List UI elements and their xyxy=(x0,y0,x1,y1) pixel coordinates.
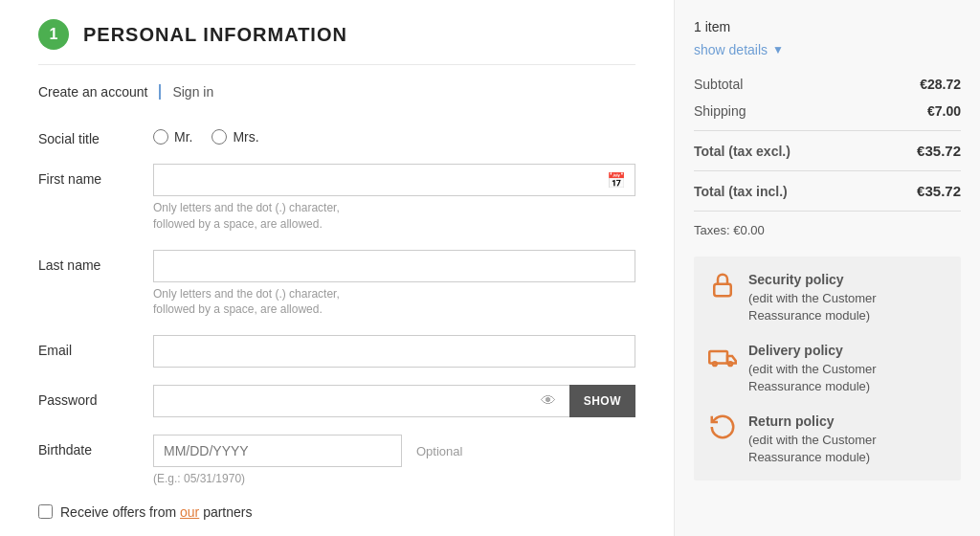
offers-checkbox-row: Receive offers from our partners xyxy=(38,504,635,520)
birthdate-label: Birthdate xyxy=(38,435,153,458)
reassurance-section: Security policy (edit with the Customer … xyxy=(694,257,961,480)
social-title-row: Social title Mr. Mrs. xyxy=(38,123,635,146)
auth-links: Create an account Sign in xyxy=(38,84,635,100)
show-password-button[interactable]: SHOW xyxy=(569,385,635,417)
offers-checkbox[interactable] xyxy=(38,504,53,519)
last-name-hint: Only letters and the dot (.) character, … xyxy=(153,286,635,319)
last-name-input[interactable] xyxy=(153,250,635,282)
truck-icon xyxy=(708,342,737,370)
taxes-row: Taxes: €0.00 xyxy=(694,223,961,237)
delivery-policy-sub: (edit with the Customer Reassurance modu… xyxy=(748,361,947,395)
password-field: 👁 SHOW xyxy=(153,385,635,417)
order-summary-sidebar: 1 item show details ▼ Subtotal €28.72 Sh… xyxy=(674,0,980,536)
section-header: 1 PERSONAL INFORMATION xyxy=(38,19,635,65)
svg-rect-1 xyxy=(709,351,727,364)
mr-radio[interactable] xyxy=(153,129,168,145)
mrs-radio[interactable] xyxy=(212,129,227,145)
return-policy-title: Return policy xyxy=(748,413,947,432)
delivery-policy-title: Delivery policy xyxy=(748,342,947,361)
password-label: Password xyxy=(38,385,153,408)
first-name-hint: Only letters and the dot (.) character, … xyxy=(153,200,635,233)
return-policy-text: Return policy (edit with the Customer Re… xyxy=(748,413,947,466)
total-excl-value: €35.72 xyxy=(917,143,961,159)
eye-icon: 👁 xyxy=(541,392,556,410)
shipping-label: Shipping xyxy=(694,103,746,119)
show-details-label: show details xyxy=(694,42,768,57)
return-icon xyxy=(708,413,737,441)
offers-label: Receive offers from our partners xyxy=(60,504,253,520)
calendar-icon: 📅 xyxy=(607,171,626,190)
page-title: PERSONAL INFORMATION xyxy=(83,24,347,46)
mr-option[interactable]: Mr. xyxy=(153,129,192,145)
last-name-field: Only letters and the dot (.) character, … xyxy=(153,250,635,319)
subtotal-label: Subtotal xyxy=(694,77,743,92)
security-policy-text: Security policy (edit with the Customer … xyxy=(748,271,947,324)
total-incl-value: €35.72 xyxy=(917,183,961,199)
optional-label: Optional xyxy=(416,444,462,458)
total-incl-row: Total (tax incl.) €35.72 xyxy=(694,183,961,199)
delivery-policy-item: Delivery policy (edit with the Customer … xyxy=(708,342,947,395)
password-input[interactable] xyxy=(153,385,569,417)
birthdate-example: (E.g.: 05/31/1970) xyxy=(153,471,635,487)
item-count: 1 item xyxy=(694,19,961,34)
last-name-row: Last name Only letters and the dot (.) c… xyxy=(38,250,635,319)
security-policy-sub: (edit with the Customer Reassurance modu… xyxy=(748,290,947,324)
return-policy-sub: (edit with the Customer Reassurance modu… xyxy=(748,432,947,466)
subtotal-row: Subtotal €28.72 xyxy=(694,77,961,92)
divider-3 xyxy=(694,211,961,212)
divider-1 xyxy=(694,130,961,131)
email-label: Email xyxy=(38,335,153,358)
social-title-label: Social title xyxy=(38,123,153,146)
password-wrapper: 👁 SHOW xyxy=(153,385,635,417)
birthdate-input[interactable] xyxy=(153,435,402,467)
last-name-label: Last name xyxy=(38,250,153,273)
our-link[interactable]: our xyxy=(180,504,199,520)
social-title-field: Mr. Mrs. xyxy=(153,123,635,145)
total-excl-label: Total (tax excl.) xyxy=(694,144,791,159)
email-row: Email xyxy=(38,335,635,368)
password-row: Password 👁 SHOW xyxy=(38,385,635,417)
subtotal-value: €28.72 xyxy=(920,77,961,92)
step-badge: 1 xyxy=(38,19,69,50)
first-name-field: 📅 Only letters and the dot (.) character… xyxy=(153,164,635,233)
lock-icon xyxy=(708,271,737,300)
first-name-input-wrapper: 📅 xyxy=(153,164,635,196)
svg-rect-0 xyxy=(714,284,731,297)
first-name-row: First name 📅 Only letters and the dot (.… xyxy=(38,164,635,233)
shipping-row: Shipping €7.00 xyxy=(694,103,961,119)
first-name-input[interactable] xyxy=(153,164,635,196)
show-details-link[interactable]: show details ▼ xyxy=(694,42,961,57)
security-policy-item: Security policy (edit with the Customer … xyxy=(708,271,947,324)
email-field xyxy=(153,335,635,368)
shipping-value: €7.00 xyxy=(927,103,961,119)
total-excl-row: Total (tax excl.) €35.72 xyxy=(694,143,961,159)
divider-2 xyxy=(694,170,961,171)
security-policy-title: Security policy xyxy=(748,271,947,290)
total-incl-label: Total (tax incl.) xyxy=(694,184,788,199)
mrs-label: Mrs. xyxy=(233,129,258,145)
create-account-link[interactable]: Create an account xyxy=(38,84,147,100)
mr-label: Mr. xyxy=(174,129,192,145)
mrs-option[interactable]: Mrs. xyxy=(212,129,258,145)
sign-in-link[interactable]: Sign in xyxy=(172,84,213,100)
first-name-label: First name xyxy=(38,164,153,187)
auth-divider xyxy=(159,84,161,100)
chevron-down-icon: ▼ xyxy=(772,43,784,56)
birthdate-row: Birthdate Optional (E.g.: 05/31/1970) xyxy=(38,435,635,487)
delivery-policy-text: Delivery policy (edit with the Customer … xyxy=(748,342,947,395)
return-policy-item: Return policy (edit with the Customer Re… xyxy=(708,413,947,466)
birthdate-input-row: Optional xyxy=(153,435,635,467)
email-input[interactable] xyxy=(153,335,635,368)
password-input-wrapper: 👁 xyxy=(153,385,569,417)
birthdate-field: Optional (E.g.: 05/31/1970) xyxy=(153,435,635,487)
